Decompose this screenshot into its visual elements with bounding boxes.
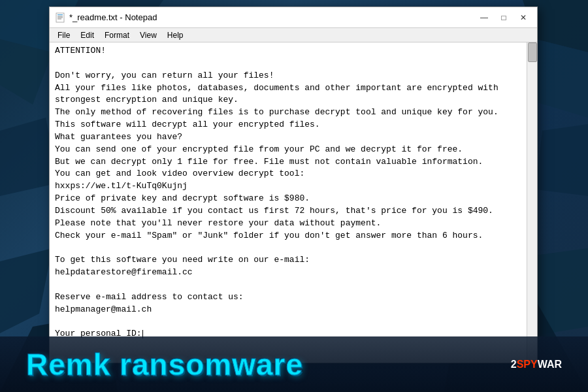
logo-suffix: WAR [538,359,562,370]
scrollbar-thumb[interactable] [528,42,537,62]
window-title: *_readme.txt - Notepad [69,12,476,22]
menu-help[interactable]: Help [162,29,189,41]
text-area[interactable]: ATTENTION! Don't worry, you can return a… [50,42,537,363]
logo-prefix: 2 [511,359,517,370]
ransomware-text: ATTENTION! Don't worry, you can return a… [55,45,532,340]
title-bar: *_readme.txt - Notepad — □ ✕ [50,7,537,28]
logo-spy: SPY [517,359,538,370]
svg-rect-16 [57,17,63,18]
banner-title: Remk ransomware [26,347,303,382]
svg-marker-12 [536,124,588,196]
close-button[interactable]: ✕ [515,11,532,24]
notepad-window: *_readme.txt - Notepad — □ ✕ File Edit F… [49,7,538,363]
menu-view[interactable]: View [135,29,162,41]
menu-file[interactable]: File [52,29,75,41]
menu-bar: File Edit Format View Help [50,28,537,42]
site-logo: 2SPYWAR [511,359,562,370]
menu-edit[interactable]: Edit [75,29,99,41]
notepad-icon [55,12,65,23]
menu-format[interactable]: Format [99,29,135,41]
minimize-button[interactable]: — [476,11,493,24]
svg-marker-5 [0,248,52,333]
svg-rect-17 [57,18,61,19]
scrollbar[interactable] [527,42,537,363]
svg-rect-14 [57,14,63,15]
svg-rect-15 [57,16,63,16]
maximize-button[interactable]: □ [495,11,512,24]
window-controls: — □ ✕ [476,11,532,24]
bottom-banner: Remk ransomware 2SPYWAR [0,336,588,392]
